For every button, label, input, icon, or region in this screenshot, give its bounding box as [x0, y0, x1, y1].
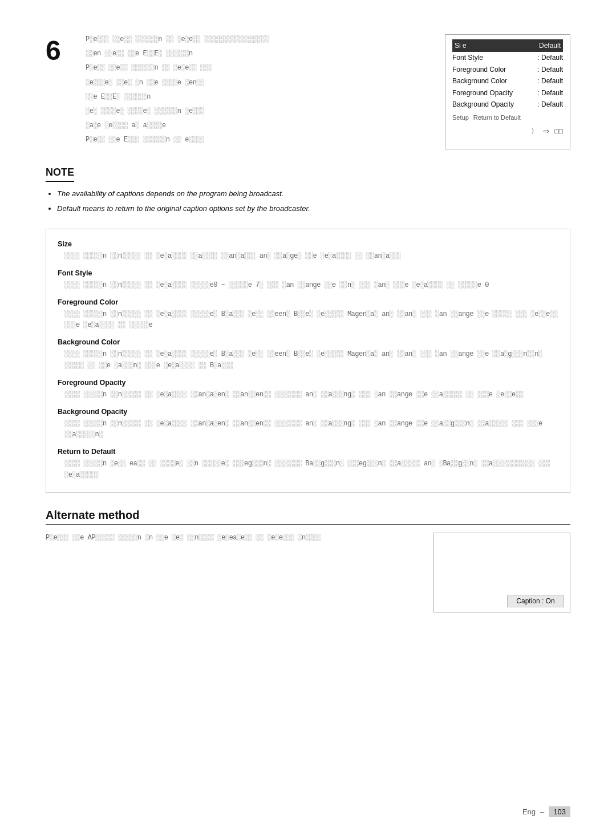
step-para-4: ░e░░░e░ ░░e░ ░n ░░e ░░░░e ░en░░: [86, 78, 433, 88]
desc-term-returntodefault: Return to Default: [58, 446, 558, 457]
menu-bgopacity-label: Background Opacity: [452, 99, 514, 110]
note-item-2: Default means to return to the original …: [57, 202, 570, 215]
menu-item-bgopacity: Background Opacity : Default: [452, 99, 563, 110]
menu-item-fgopacity: Foreground Opacity : Default: [452, 87, 563, 99]
step-para-1: P░e░░░ ░░e░░ ░░░░░░n ░░ ░e░e░░ ░░░░░░░░░…: [86, 34, 433, 45]
menu-bgcolor-label: Background Color: [452, 75, 507, 87]
desc-body-returntodefault: ░░░░ ░░░░░n ░e░░ ea░░ ░░ ░░░░e░ ░░n ░░░░…: [64, 458, 558, 480]
menu-item-fgcolor: Foreground Color : Default: [452, 64, 563, 75]
menu-fontstyle-value: : Default: [537, 52, 563, 63]
menu-fgcolor-value: : Default: [537, 64, 563, 75]
return-label: Return to Default: [473, 112, 521, 123]
menu-bgcolor-value: : Default: [537, 75, 563, 87]
desc-body-fontstyle: ░░░░ ░░░░░n ░░n░░░░░ ░░ ░e░a░░░░ ░░░░░e0…: [64, 280, 558, 291]
alt-method-text: P░e░░░ ░░e AP░░░░░ ░░░░░n ░n ░░e ░e░ ░░n…: [46, 533, 422, 543]
menu-bgopacity-value: : Default: [537, 99, 563, 110]
desc-body-size: ░░░░ ░░░░░n ░░n░░░░░ ░░ ░e░a░░░░ ░░a░░░░…: [64, 251, 558, 262]
nav-back-icon: □□: [555, 125, 564, 137]
desc-term-bgcolor: Background Color: [58, 336, 558, 348]
step-content: P░e░░░ ░░e░░ ░░░░░░n ░░ ░e░e░░ ░░░░░░░░░…: [86, 34, 433, 149]
note-list: The availability of captions depends on …: [46, 188, 570, 215]
menu-fgopacity-label: Foreground Opacity: [452, 87, 513, 99]
setup-row: Setup Return to Default: [452, 112, 563, 123]
menu-size-value: Default: [539, 40, 561, 51]
description-box: Size ░░░░ ░░░░░n ░░n░░░░░ ░░ ░e░a░░░░ ░░…: [46, 229, 570, 493]
note-item-1: The availability of captions depends on …: [57, 188, 570, 200]
menu-item-fontstyle: Font Style : Default: [452, 52, 563, 63]
step-para-3: P░e░░ ░░e░░ ░░░░░░n ░░ ░e░e░░ ░░░: [86, 63, 433, 74]
menu-fontstyle-label: Font Style: [452, 52, 483, 63]
desc-body-fgopacity: ░░░░ ░░░░░n ░░n░░░░░ ░░ ░e░a░░░░ ░░an░a░…: [64, 389, 558, 400]
step-para-5: ░░e E░░E░ ░░░░░░n: [86, 92, 433, 103]
setup-label: Setup: [452, 112, 469, 123]
menu-size-label: Si e: [455, 40, 467, 51]
desc-body-bgcolor: ░░░░ ░░░░░n ░░n░░░░░ ░░ ░e░a░░░░ ░░░░░e░…: [64, 349, 558, 371]
alt-method-content: P░e░░░ ░░e AP░░░░░ ░░░░░n ░n ░░e ░e░ ░░n…: [46, 533, 570, 612]
step-section: 6 P░e░░░ ░░e░░ ░░░░░░n ░░ ░e░e░░ ░░░░░░░…: [46, 34, 570, 149]
note-section: NOTE The availability of captions depend…: [46, 167, 570, 215]
step-para-8: P░e░░ ░░e E░░░ ░░░░░░n ░░ e░░░░: [86, 135, 433, 145]
desc-body-fgcolor: ░░░░ ░░░░░n ░░n░░░░░ ░░ ░e░a░░░░ ░░░░░e░…: [64, 309, 558, 331]
step-number: 6: [46, 37, 74, 149]
note-title: NOTE: [46, 167, 74, 182]
screen-menu-box: Si e Default Font Style : Default Foregr…: [445, 34, 570, 149]
page-container: 6 P░e░░░ ░░e░░ ░░░░░░n ░░ ░e░e░░ ░░░░░░░…: [0, 0, 616, 840]
alt-method-title: Alternate method: [46, 509, 570, 525]
alt-method-section: Alternate method P░e░░░ ░░e AP░░░░░ ░░░░…: [46, 509, 570, 612]
menu-fgcolor-label: Foreground Color: [452, 64, 506, 75]
footer-lang: Eng: [522, 807, 536, 816]
footer-separator: –: [540, 807, 544, 816]
desc-body-bgopacity: ░░░░ ░░░░░n ░░n░░░░░ ░░ ░e░a░░░░ ░░an░a░…: [64, 419, 558, 440]
desc-term-size: Size: [58, 238, 558, 250]
caption-display: Caption : On: [507, 595, 564, 607]
step-para-6: ░e░ ░░░░e░ ░░░░e░ ░░░░░░n ░e░░░: [86, 106, 433, 117]
menu-item-size: Si e Default: [452, 39, 563, 52]
alt-screen-box: Caption : On: [433, 533, 570, 612]
alt-text-para: P░e░░░ ░░e AP░░░░░ ░░░░░n ░n ░░e ░e░ ░░n…: [46, 533, 422, 543]
nav-row: 〉 ⇨ □□: [452, 125, 563, 137]
nav-enter-icon: ⇨: [544, 125, 549, 137]
step-para-2: ░░en ░░e░░ ░░e E░░E░ ░░░░░░n: [86, 48, 433, 59]
nav-right-icon: 〉: [531, 125, 538, 137]
menu-item-bgcolor: Background Color : Default: [452, 75, 563, 87]
page-footer: Eng – 103: [522, 806, 570, 817]
desc-term-bgopacity: Background Opacity: [58, 406, 558, 417]
step-para-7: ░a░e ░e░░░░ a░ a░░░░e: [86, 120, 433, 131]
desc-term-fgopacity: Foreground Opacity: [58, 377, 558, 388]
page-number: 103: [549, 806, 570, 817]
step-text: P░e░░░ ░░e░░ ░░░░░░n ░░ ░e░e░░ ░░░░░░░░░…: [86, 34, 433, 146]
menu-fgopacity-value: : Default: [537, 87, 563, 99]
desc-term-fgcolor: Foreground Color: [58, 297, 558, 308]
desc-term-fontstyle: Font Style: [58, 267, 558, 279]
